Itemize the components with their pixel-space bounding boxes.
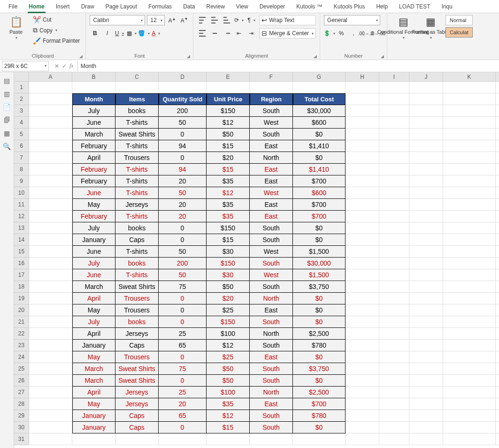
cell-A6[interactable] — [29, 140, 72, 152]
workbook-icon[interactable]: 📄 — [3, 103, 11, 111]
cell-A29[interactable] — [29, 410, 72, 422]
table-cell[interactable]: $1,410 — [293, 164, 345, 175]
row-header-10[interactable]: 10 — [14, 187, 29, 199]
cell-18[interactable] — [496, 281, 499, 293]
table-cell[interactable]: East — [250, 304, 293, 316]
table-cell[interactable]: Caps — [115, 234, 159, 246]
cell-I21[interactable] — [379, 316, 409, 328]
col-header-end[interactable] — [496, 72, 499, 82]
cell-I28[interactable] — [379, 398, 409, 410]
align-left-button[interactable] — [197, 28, 207, 38]
cell-I5[interactable] — [379, 129, 409, 140]
table-cell[interactable]: February — [72, 140, 115, 152]
cell-I2[interactable] — [379, 93, 409, 105]
cell-I29[interactable] — [379, 410, 409, 422]
table-cell[interactable]: 0 — [159, 375, 207, 387]
cell-K8[interactable] — [443, 164, 496, 175]
cell-K1[interactable] — [443, 82, 496, 93]
dialog-launcher-icon[interactable]: ◢ — [187, 54, 190, 59]
table-cell[interactable]: T-shirts — [115, 164, 159, 175]
table-cell[interactable]: Jerseys — [115, 199, 159, 211]
table-cell[interactable]: February — [72, 164, 115, 175]
table-cell[interactable]: 20 — [159, 175, 207, 187]
table-cell[interactable]: books — [115, 316, 159, 328]
cell-A16[interactable] — [29, 258, 72, 269]
table-cell[interactable]: books — [115, 258, 159, 269]
table-cell[interactable]: $0 — [293, 304, 345, 316]
cell-I25[interactable] — [379, 363, 409, 375]
row-header-27[interactable]: 27 — [14, 387, 29, 398]
table-cell[interactable]: $780 — [293, 410, 345, 422]
table-cell[interactable]: 0 — [159, 234, 207, 246]
cell-I4[interactable] — [379, 117, 409, 129]
cell-A2[interactable] — [29, 93, 72, 105]
row-header-22[interactable]: 22 — [14, 328, 29, 340]
cell-H3[interactable] — [345, 105, 379, 117]
table-cell[interactable]: $600 — [293, 187, 345, 199]
table-cell[interactable]: South — [250, 222, 293, 234]
cell-I16[interactable] — [379, 258, 409, 269]
cell-J7[interactable] — [409, 152, 443, 164]
table-cell[interactable]: $12 — [207, 117, 250, 129]
table-header-quantity-sold[interactable]: Quantity Sold — [159, 93, 207, 105]
cell-26[interactable] — [496, 375, 499, 387]
row-header-3[interactable]: 3 — [14, 105, 29, 117]
cell-C31[interactable] — [115, 433, 159, 445]
cell-J4[interactable] — [409, 117, 443, 129]
cell-A9[interactable] — [29, 175, 72, 187]
table-cell[interactable]: $0 — [293, 222, 345, 234]
cell-B31[interactable] — [72, 433, 115, 445]
cell-I11[interactable] — [379, 199, 409, 211]
table-cell[interactable]: Jerseys — [115, 387, 159, 398]
cell-K23[interactable] — [443, 340, 496, 351]
cell-H6[interactable] — [345, 140, 379, 152]
cell-G31[interactable] — [293, 433, 345, 445]
col-header-F[interactable]: F — [250, 72, 293, 82]
table-cell[interactable]: March — [72, 281, 115, 293]
row-header-30[interactable]: 30 — [14, 422, 29, 433]
cell-J26[interactable] — [409, 375, 443, 387]
table-cell[interactable]: Trousers — [115, 152, 159, 164]
table-cell[interactable]: 20 — [159, 211, 207, 222]
row-header-20[interactable]: 20 — [14, 304, 29, 316]
cell-H15[interactable] — [345, 246, 379, 258]
cell-K15[interactable] — [443, 246, 496, 258]
table-cell[interactable]: 0 — [159, 222, 207, 234]
cell-H28[interactable] — [345, 398, 379, 410]
cell-31[interactable] — [496, 433, 499, 445]
table-cell[interactable]: 94 — [159, 140, 207, 152]
cell-J2[interactable] — [409, 93, 443, 105]
table-cell[interactable]: $100 — [207, 387, 250, 398]
cell-5[interactable] — [496, 129, 499, 140]
cell-J22[interactable] — [409, 328, 443, 340]
table-cell[interactable]: $50 — [207, 281, 250, 293]
col-header-G[interactable]: G — [293, 72, 345, 82]
formula-input[interactable]: Month — [77, 61, 499, 71]
grid-icon[interactable]: ▦ — [4, 129, 10, 137]
table-cell[interactable]: May — [72, 199, 115, 211]
cell-K24[interactable] — [443, 351, 496, 363]
table-cell[interactable]: 0 — [159, 293, 207, 304]
table-cell[interactable]: T-shirts — [115, 140, 159, 152]
tab-review[interactable]: Review — [200, 0, 230, 13]
table-cell[interactable]: $25 — [207, 304, 250, 316]
table-cell[interactable]: February — [72, 211, 115, 222]
cell-H20[interactable] — [345, 304, 379, 316]
table-cell[interactable]: 50 — [159, 117, 207, 129]
cell-I10[interactable] — [379, 187, 409, 199]
cell-J1[interactable] — [409, 82, 443, 93]
tab-inqu[interactable]: Inqu — [436, 0, 458, 13]
table-cell[interactable]: East — [250, 398, 293, 410]
cell-13[interactable] — [496, 222, 499, 234]
table-cell[interactable]: $700 — [293, 175, 345, 187]
cell-I12[interactable] — [379, 211, 409, 222]
cell-7[interactable] — [496, 152, 499, 164]
table-cell[interactable]: Caps — [115, 340, 159, 351]
cell-27[interactable] — [496, 387, 499, 398]
paste-button[interactable]: 📋 Paste ▾ — [4, 15, 28, 41]
cell-H17[interactable] — [345, 269, 379, 281]
table-cell[interactable]: May — [72, 398, 115, 410]
table-cell[interactable]: East — [250, 351, 293, 363]
cell-H30[interactable] — [345, 422, 379, 433]
cell-A31[interactable] — [29, 433, 72, 445]
